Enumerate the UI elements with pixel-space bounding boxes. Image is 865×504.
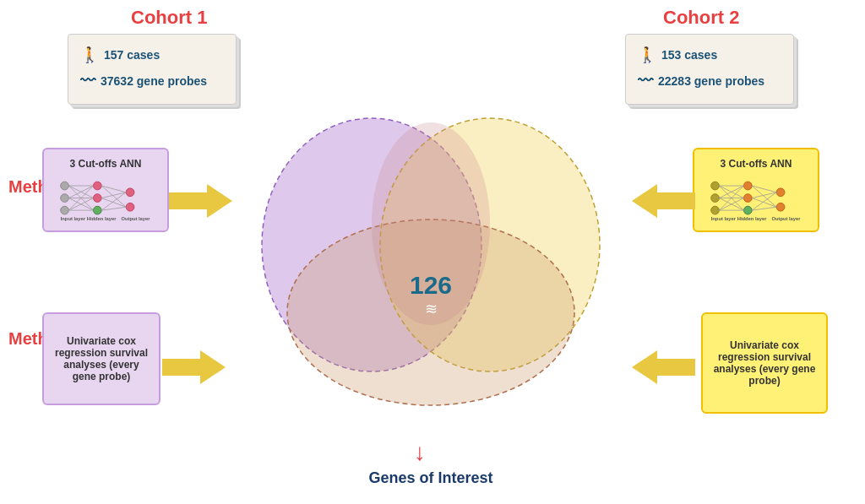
arrow-shaft — [169, 192, 207, 209]
person2-icon: 🚶 — [638, 43, 656, 68]
svg-line-47 — [752, 198, 776, 208]
main-container: Cohort 1 Cohort 2 🚶 157 cases 〰 37632 ge… — [0, 0, 865, 504]
svg-text:Input layer: Input layer — [61, 216, 86, 221]
cohort1-probes: 37632 gene probes — [101, 72, 207, 90]
cohort2-card: 🚶 153 cases 〰 22283 gene probes — [625, 34, 794, 105]
svg-text:≋: ≋ — [425, 301, 438, 317]
svg-text:Hidden layer: Hidden layer — [87, 216, 117, 221]
svg-text:Input layer: Input layer — [711, 216, 737, 221]
method1-left-ann-title: 3 Cut-offs ANN — [52, 158, 159, 170]
svg-point-33 — [776, 203, 785, 211]
svg-point-5 — [93, 206, 101, 214]
svg-text:Output layer: Output layer — [771, 216, 801, 221]
venn-svg: 126 ≋ — [211, 84, 650, 422]
svg-point-28 — [711, 206, 720, 214]
svg-point-26 — [711, 182, 720, 190]
svg-point-0 — [61, 182, 69, 190]
svg-point-32 — [776, 188, 785, 197]
svg-point-29 — [743, 182, 752, 190]
svg-line-21 — [101, 198, 126, 208]
svg-point-27 — [711, 194, 720, 203]
svg-point-4 — [93, 194, 101, 203]
center-number-svg: 126 — [410, 271, 452, 299]
person-icon: 🚶 — [80, 43, 99, 68]
genes-of-interest-label: Genes of Interest — [296, 469, 566, 487]
arrow-shaft-r — [657, 192, 695, 209]
wave-icon: 〰 — [80, 69, 95, 94]
method2-left-text: Univariate cox regression survival analy… — [52, 335, 150, 382]
nn-visual-right: Input layer Hidden layer Output layer — [703, 175, 809, 225]
svg-point-2 — [61, 206, 69, 214]
venn-diagram: 126 ≋ — [211, 84, 650, 422]
svg-text:Hidden layer: Hidden layer — [737, 216, 768, 221]
method1-right-ann-box: 3 Cut-offs ANN Input layer — [693, 148, 819, 232]
svg-point-30 — [743, 194, 752, 203]
svg-point-7 — [126, 203, 134, 211]
cohort2-cases: 153 cases — [661, 46, 717, 64]
bottom-arrow: ↓ — [414, 439, 426, 466]
cohort1-cases: 157 cases — [104, 46, 160, 64]
method2-right-text: Univariate cox regression survival analy… — [711, 339, 818, 387]
cohort2-title: Cohort 2 — [663, 7, 739, 29]
cohort1-title: Cohort 1 — [131, 7, 207, 29]
method2-left-box: Univariate cox regression survival analy… — [42, 312, 160, 405]
svg-text:Output layer: Output layer — [121, 216, 150, 221]
svg-point-6 — [126, 188, 134, 197]
method1-right-ann-title: 3 Cut-offs ANN — [703, 158, 809, 170]
cohort2-probes: 22283 gene probes — [658, 72, 764, 90]
arrow-shaft2-r — [657, 359, 695, 376]
arrow-shaft2 — [162, 359, 200, 376]
svg-point-1 — [61, 194, 69, 203]
svg-point-31 — [743, 206, 752, 214]
method2-right-box: Univariate cox regression survival analy… — [701, 312, 828, 414]
method1-left-ann-box: 3 Cut-offs ANN — [42, 148, 169, 232]
svg-point-3 — [93, 182, 101, 190]
nn-visual-left: Input layer Hidden layer Output layer — [52, 175, 159, 225]
